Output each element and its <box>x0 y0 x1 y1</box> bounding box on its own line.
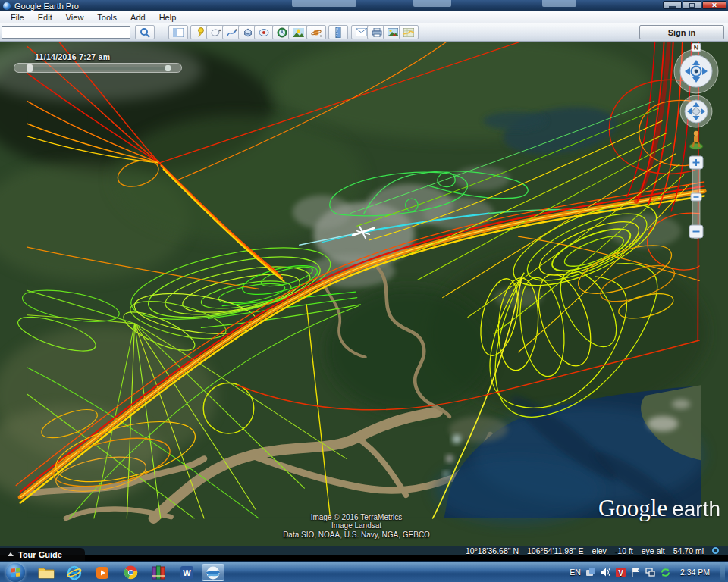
zoom-slider[interactable] <box>689 156 703 239</box>
action-center-flag-icon[interactable] <box>631 568 640 577</box>
tour-guide-tab[interactable]: Tour Guide <box>0 548 85 561</box>
winrar-books-icon <box>152 565 165 580</box>
toolbar: Sign in <box>0 23 728 42</box>
volume-icon[interactable] <box>601 568 610 577</box>
search-button[interactable] <box>135 25 155 39</box>
time-slider-handle[interactable] <box>27 64 33 72</box>
latitude-value: 10°18'36.68" N <box>466 546 519 555</box>
search-icon <box>140 27 150 38</box>
search-input[interactable] <box>2 26 130 39</box>
taskbar-explorer-button[interactable] <box>35 564 58 581</box>
start-button[interactable] <box>6 563 25 582</box>
record-tour-icon <box>259 28 269 37</box>
menu-edit[interactable]: Edit <box>32 12 58 23</box>
word-icon: W <box>180 565 194 580</box>
eye-altitude-value: 54.70 mi <box>673 546 704 555</box>
google-earth-icon <box>206 565 221 580</box>
taskbar-chrome-button[interactable] <box>119 564 142 581</box>
menu-bar: File Edit View Tools Add Help <box>0 11 728 23</box>
logo-earth: earth <box>672 497 720 521</box>
email-icon <box>356 28 367 36</box>
print-icon <box>372 28 382 37</box>
windows-taskbar: W EN V 2:34 PM <box>0 561 728 582</box>
google-earth-logo: Googleearth <box>598 495 720 522</box>
close-button[interactable]: ✕ <box>702 1 726 9</box>
network-icon[interactable] <box>645 568 655 577</box>
menu-tools[interactable]: Tools <box>91 12 123 23</box>
polygon-icon <box>211 28 221 37</box>
satellite-imagery-and-flight-tracks <box>0 42 728 555</box>
ruler-button[interactable] <box>328 25 348 39</box>
google-maps-icon <box>403 28 414 37</box>
minimize-button[interactable] <box>663 1 682 9</box>
maximize-button[interactable] <box>682 1 701 9</box>
tray-app-icon[interactable] <box>586 568 595 577</box>
map-viewport[interactable]: 11/14/2016 7:27 am N <box>0 42 728 555</box>
sun-icon <box>293 28 304 37</box>
taskbar-google-earth-button[interactable] <box>202 564 224 581</box>
clock-icon <box>277 27 287 38</box>
tour-guide-label: Tour Guide <box>18 550 62 559</box>
background-window-tab <box>542 0 576 7</box>
folder-icon <box>38 566 55 579</box>
time-slider[interactable] <box>14 63 182 73</box>
window-title: Google Earth Pro <box>14 2 79 11</box>
attribution-line: Data SIO, NOAA, U.S. Navy, NGA, GEBCO <box>250 530 463 540</box>
taskbar-clock[interactable]: 2:34 PM <box>680 568 710 577</box>
sidebar-icon <box>173 28 184 37</box>
sunlight-button[interactable] <box>288 25 308 39</box>
media-player-icon <box>96 566 109 580</box>
save-image-icon <box>388 28 398 37</box>
menu-help[interactable]: Help <box>153 12 183 23</box>
internet-explorer-icon <box>66 565 83 580</box>
google-earth-window: Google Earth Pro ✕ File Edit View Tools … <box>0 0 728 582</box>
sidebar-toggle-button[interactable] <box>168 25 188 39</box>
taskbar-winrar-button[interactable] <box>147 564 170 581</box>
attribution-line: Image © 2016 TerraMetrics <box>250 513 463 522</box>
imagery-attribution: Image © 2016 TerraMetrics Image Landsat … <box>250 513 463 540</box>
navigation-controls: N <box>670 43 722 246</box>
taskbar-internet-explorer-button[interactable] <box>63 564 86 581</box>
time-slider-track <box>28 67 169 70</box>
record-tour-button[interactable] <box>254 25 274 39</box>
minimize-icon <box>669 6 676 8</box>
attribution-line: Image Landsat <box>250 521 463 530</box>
menu-file[interactable]: File <box>5 12 30 23</box>
move-joystick[interactable] <box>680 95 712 127</box>
chrome-icon <box>124 565 138 580</box>
language-indicator[interactable]: EN <box>570 568 581 577</box>
svg-text:W: W <box>183 568 191 577</box>
windows-logo-icon <box>11 568 20 577</box>
show-desktop-button[interactable] <box>720 562 725 582</box>
sign-in-button[interactable]: Sign in <box>639 25 724 39</box>
menu-view[interactable]: View <box>60 12 90 23</box>
time-slider-end-marker <box>165 65 171 71</box>
antivirus-icon[interactable]: V <box>616 568 626 577</box>
chevron-up-icon <box>8 552 14 556</box>
view-in-maps-button[interactable] <box>399 25 419 39</box>
svg-text:V: V <box>618 568 623 577</box>
longitude-value: 106°54'11.98" E <box>527 546 584 555</box>
planets-button[interactable] <box>306 25 326 39</box>
elevation-value: -10 ft <box>615 546 633 555</box>
placemark-pin-icon <box>196 27 206 38</box>
timestamp-label: 11/14/2016 7:27 am <box>35 52 110 61</box>
logo-google: Google <box>598 495 667 521</box>
street-view-pegman[interactable] <box>689 131 703 149</box>
background-window-tab <box>292 0 356 7</box>
sync-icon[interactable] <box>661 568 670 577</box>
app-icon <box>3 2 11 10</box>
taskbar-media-player-button[interactable] <box>91 564 114 581</box>
background-window-tab <box>413 0 451 7</box>
elevation-label: elev <box>592 546 607 555</box>
time-slider-overlay: 11/14/2016 7:27 am <box>14 54 185 70</box>
system-tray: EN V 2:34 PM <box>570 562 725 582</box>
menu-add[interactable]: Add <box>124 12 152 23</box>
saturn-icon <box>311 28 322 37</box>
title-bar[interactable]: Google Earth Pro ✕ <box>0 0 728 11</box>
taskbar-word-button[interactable]: W <box>175 564 198 581</box>
ruler-icon <box>335 27 341 38</box>
look-joystick[interactable]: N <box>674 43 718 93</box>
path-icon <box>227 28 237 37</box>
maximize-icon <box>689 3 695 8</box>
